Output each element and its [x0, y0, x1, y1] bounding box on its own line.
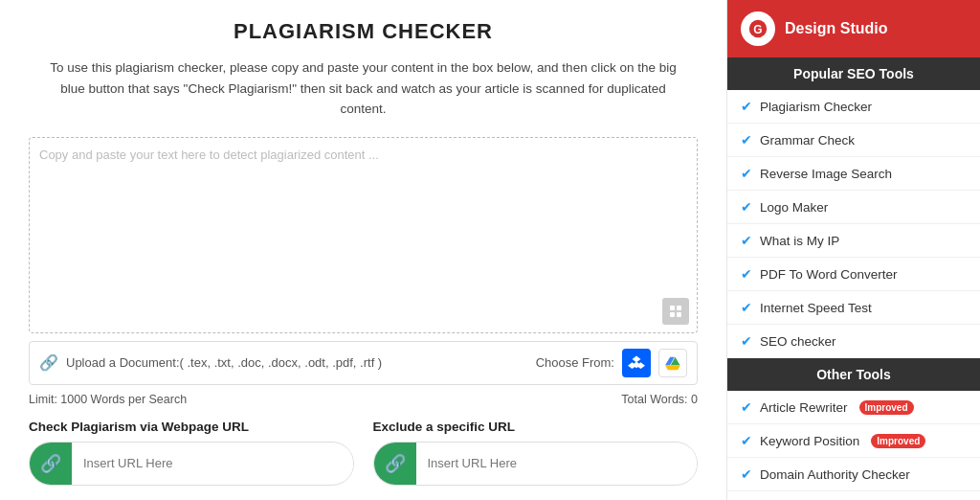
list-item[interactable]: ✔ Logo Maker [727, 191, 980, 224]
list-item-label: Grammar Check [760, 133, 855, 148]
list-item-label: Internet Speed Test [760, 301, 872, 315]
sidebar: G Design Studio Popular SEO Tools ✔ Plag… [726, 0, 980, 500]
url-left-input-row: 🔗 [29, 442, 354, 486]
other-tools-list: ✔ Article Rewriter Improved ✔ Keyword Po… [727, 391, 980, 500]
list-item[interactable]: ✔ Article Rewriter Improved [727, 391, 980, 424]
url-left-label: Check Plagiarism via Webpage URL [29, 420, 354, 434]
main-content: PLAGIARISM CHECKER To use this plagiaris… [0, 0, 726, 500]
list-item[interactable]: ✔ Internet Speed Test [727, 291, 980, 325]
list-item[interactable]: ✔ Reverse Image Search [727, 157, 980, 191]
check-icon: ✔ [741, 99, 752, 114]
page-title: PLAGIARISM CHECKER [29, 19, 698, 44]
plagiarism-text-input[interactable] [39, 148, 687, 320]
list-item[interactable]: ✔ Backlink Checker [727, 491, 980, 500]
list-item-label: Reverse Image Search [760, 167, 892, 181]
url-right-label: Exclude a specific URL [373, 420, 699, 434]
check-icon: ✔ [741, 399, 752, 415]
check-icon: ✔ [741, 433, 752, 448]
check-icon: ✔ [741, 132, 752, 148]
popular-tools-list: ✔ Plagiarism Checker ✔ Grammar Check ✔ R… [727, 90, 980, 358]
limit-label: Limit: 1000 Words per Search [29, 393, 187, 406]
sidebar-header: G Design Studio [727, 0, 980, 57]
other-tools-header: Other Tools [727, 358, 980, 391]
upload-bar: 🔗 Upload a Document:( .tex, .txt, .doc, … [29, 341, 698, 385]
choose-from-label: Choose From: [536, 355, 614, 370]
improved-badge: Improved [871, 434, 925, 448]
list-item[interactable]: ✔ Domain Authority Checker [727, 458, 980, 491]
list-item[interactable]: ✔ SEO checker [727, 325, 980, 358]
brand-logo: G [741, 11, 775, 46]
gdrive-button[interactable] [658, 349, 687, 377]
list-item-label: SEO checker [760, 334, 836, 349]
improved-badge: Improved [859, 400, 914, 415]
url-block-left: Check Plagiarism via Webpage URL 🔗 [29, 420, 354, 486]
list-item[interactable]: ✔ PDF To Word Converter [727, 258, 980, 291]
list-item[interactable]: ✔ Keyword Position Improved [727, 424, 980, 458]
check-icon: ✔ [741, 233, 752, 248]
word-limit-bar: Limit: 1000 Words per Search Total Words… [29, 391, 698, 416]
check-icon: ✔ [741, 333, 752, 349]
url-block-right: Exclude a specific URL 🔗 [373, 420, 699, 486]
dropbox-button[interactable] [622, 349, 651, 377]
upload-left: 🔗 Upload a Document:( .tex, .txt, .doc, … [39, 353, 382, 372]
upload-link-icon: 🔗 [39, 353, 58, 372]
list-item-label: Keyword Position [760, 434, 859, 448]
url-right-input-row: 🔗 [373, 442, 699, 486]
description: To use this plagiarism checker, please c… [48, 57, 679, 120]
list-item-label: Plagiarism Checker [760, 100, 872, 114]
url-left-icon: 🔗 [30, 443, 72, 485]
svg-rect-1 [677, 306, 681, 310]
svg-rect-0 [670, 306, 675, 310]
check-icon: ✔ [741, 300, 752, 315]
brand-name: Design Studio [785, 20, 888, 37]
corner-icon [662, 298, 689, 325]
svg-rect-3 [677, 312, 681, 317]
list-item[interactable]: ✔ Grammar Check [727, 124, 980, 157]
url-section: Check Plagiarism via Webpage URL 🔗 Exclu… [29, 420, 698, 486]
list-item[interactable]: ✔ What is My IP [727, 224, 980, 258]
total-words-label: Total Words: 0 [621, 393, 698, 406]
list-item[interactable]: ✔ Plagiarism Checker [727, 90, 980, 124]
list-item-label: Domain Authority Checker [760, 467, 910, 482]
url-right-input[interactable] [416, 448, 698, 478]
list-item-label: PDF To Word Converter [760, 267, 898, 282]
upload-right: Choose From: [536, 349, 687, 377]
list-item-label: What is My IP [760, 234, 839, 248]
upload-label: Upload a Document:( .tex, .txt, .doc, .d… [66, 355, 382, 370]
check-icon: ✔ [741, 266, 752, 282]
svg-text:G: G [753, 23, 762, 36]
url-right-icon: 🔗 [374, 443, 416, 485]
check-icon: ✔ [741, 466, 752, 482]
svg-rect-2 [670, 312, 675, 317]
check-icon: ✔ [741, 199, 752, 215]
textarea-wrapper [29, 137, 698, 333]
list-item-label: Article Rewriter [760, 400, 848, 415]
list-item-label: Logo Maker [760, 200, 828, 215]
check-icon: ✔ [741, 166, 752, 181]
popular-tools-header: Popular SEO Tools [727, 57, 980, 90]
url-left-input[interactable] [72, 448, 353, 478]
